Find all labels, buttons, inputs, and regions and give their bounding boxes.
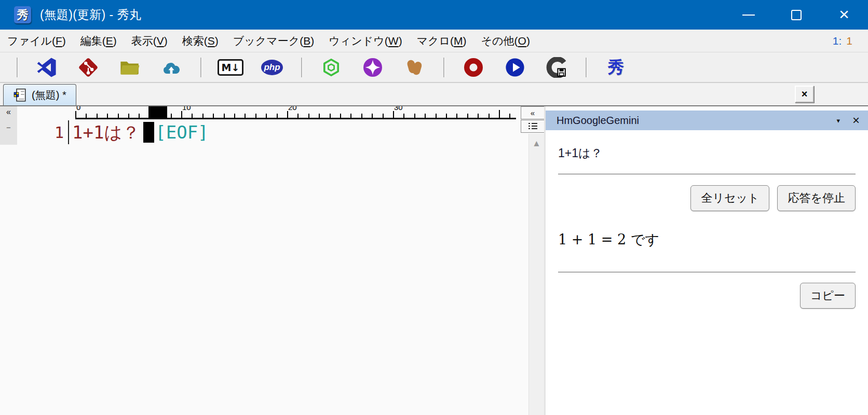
panel-menu-button[interactable]: ▾ xyxy=(836,117,840,125)
menu-macro[interactable]: マクロ(M) xyxy=(410,34,474,48)
folder-icon xyxy=(119,57,140,78)
hidemaru-app-icon: 秀 xyxy=(14,6,31,23)
panel-close-button[interactable]: × xyxy=(852,114,860,127)
gemini-icon xyxy=(362,57,383,78)
title-bar: 秀 (無題)(更新) - 秀丸 × xyxy=(0,0,868,30)
markdown-icon: M↓ xyxy=(218,59,244,76)
menu-window[interactable]: ウィンドウ(W) xyxy=(321,34,409,48)
editor-scroll-column: « ▲ xyxy=(519,106,544,415)
list-icon xyxy=(528,123,537,130)
close-icon: × xyxy=(839,5,849,23)
copy-row: コピー xyxy=(558,283,856,309)
toolbar-php-button[interactable]: php xyxy=(261,57,283,78)
window-title: (無題)(更新) - 秀丸 xyxy=(40,7,142,23)
main-area: « − 0 10 20 30 1 1+1は？ [EOF] « ▲ HmG xyxy=(0,106,868,415)
panel-body: 1+1は？ 全リセット 応答を停止 1 + 1 = 2 です コピー xyxy=(546,145,868,309)
vertical-scrollbar[interactable]: ▲ xyxy=(528,134,544,415)
menu-view[interactable]: 表示(V) xyxy=(124,34,175,48)
toolbar-git-button[interactable] xyxy=(77,57,99,78)
outline-list-button[interactable] xyxy=(521,120,544,133)
fold-marker[interactable]: − xyxy=(6,123,11,132)
minimize-icon xyxy=(742,15,755,16)
toolbar-gemini-button[interactable] xyxy=(362,57,384,78)
panel-header: HmGoogleGemini ▾ × xyxy=(546,110,868,130)
ruler-label: 0 xyxy=(75,106,82,111)
maximize-button[interactable] xyxy=(772,0,820,30)
toolbar-separator xyxy=(200,58,201,77)
gemini-panel: HmGoogleGemini ▾ × 1+1は？ 全リセット 応答を停止 1 +… xyxy=(544,106,868,415)
ruler-label: 20 xyxy=(287,106,298,111)
menu-search[interactable]: 検索(S) xyxy=(175,34,226,48)
document-icon xyxy=(13,88,27,102)
panel-actions: 全リセット 応答を停止 xyxy=(558,185,856,211)
toolbar-claude-button[interactable] xyxy=(403,57,425,78)
collapse-right-button[interactable]: « xyxy=(521,106,544,119)
scroll-up-icon[interactable]: ▲ xyxy=(529,139,544,149)
chatgpt-icon xyxy=(321,57,342,78)
toolbar-chatgpt-button[interactable] xyxy=(320,57,342,78)
menu-other[interactable]: その他(O) xyxy=(474,34,537,48)
position-column: 1 xyxy=(846,35,852,47)
play-icon xyxy=(505,57,525,78)
minimize-button[interactable] xyxy=(725,0,772,30)
claude-icon xyxy=(404,57,425,78)
maximize-icon xyxy=(791,10,802,20)
menu-edit[interactable]: 編集(E) xyxy=(73,34,124,48)
editor-area[interactable]: « − 0 10 20 30 1 1+1は？ [EOF] xyxy=(0,106,519,415)
tab-close-button[interactable]: × xyxy=(795,86,814,103)
text-cursor xyxy=(143,122,154,143)
fold-margin: « − xyxy=(0,106,17,145)
close-button[interactable]: × xyxy=(820,0,868,30)
record-icon xyxy=(463,57,484,78)
toolbar-separator xyxy=(301,58,302,77)
toolbar-vscode-button[interactable] xyxy=(36,57,58,78)
answer-text: 1 + 1 = 2 です xyxy=(558,230,856,249)
reset-all-button[interactable]: 全リセット xyxy=(690,185,769,211)
toolbar-record-macro-button[interactable] xyxy=(463,57,484,78)
column-ruler: 0 10 20 30 xyxy=(75,106,516,119)
line-number: 1 xyxy=(17,120,64,142)
divider xyxy=(558,174,856,174)
position-line: 1: xyxy=(833,35,842,47)
stop-response-button[interactable]: 応答を停止 xyxy=(777,185,856,211)
toolbar-separator xyxy=(443,58,444,77)
line-number-separator xyxy=(68,120,69,144)
prompt-text: 1+1は？ xyxy=(558,145,856,161)
php-icon: php xyxy=(261,60,283,75)
vscode-icon xyxy=(36,57,57,78)
toolbar-save-macro-button[interactable] xyxy=(546,57,567,78)
toolbar-separator xyxy=(17,58,18,77)
menu-file[interactable]: ファイル(F) xyxy=(0,34,73,48)
save-macro-icon xyxy=(546,57,567,78)
editor-text: 1+1は？ xyxy=(72,120,140,144)
ruler-label: 30 xyxy=(393,106,404,111)
panel-title: HmGoogleGemini xyxy=(557,115,639,127)
ruler-label: 10 xyxy=(181,106,192,111)
git-icon xyxy=(78,57,99,78)
hidemaru-icon: 秀 xyxy=(608,57,624,78)
ruler-cursor-marker xyxy=(148,106,167,119)
toolbar-open-folder-button[interactable] xyxy=(119,57,141,78)
toolbar-play-macro-button[interactable] xyxy=(504,57,526,78)
toolbar: M↓ php xyxy=(0,52,868,83)
cloud-upload-icon xyxy=(161,57,182,78)
editor-line-1: 1 1+1は？ [EOF] xyxy=(17,120,209,144)
collapse-left-button[interactable]: « xyxy=(6,107,11,117)
menu-bookmark[interactable]: ブックマーク(B) xyxy=(226,34,321,48)
copy-button[interactable]: コピー xyxy=(800,283,856,309)
window-controls: × xyxy=(725,0,868,30)
tab-label: (無題) * xyxy=(32,88,66,102)
tab-bar: (無題) * × xyxy=(0,83,868,106)
eof-marker: [EOF] xyxy=(155,120,208,144)
menu-bar: ファイル(F) 編集(E) 表示(V) 検索(S) ブックマーク(B) ウィンド… xyxy=(0,30,868,52)
tab-untitled[interactable]: (無題) * xyxy=(3,84,76,105)
cursor-position-indicator: 1:1 xyxy=(833,35,852,47)
toolbar-cloud-upload-button[interactable] xyxy=(160,57,182,78)
toolbar-markdown-button[interactable]: M↓ xyxy=(220,57,241,78)
divider xyxy=(558,272,856,272)
toolbar-hidemaru-button[interactable]: 秀 xyxy=(605,57,627,78)
toolbar-separator xyxy=(586,58,587,77)
